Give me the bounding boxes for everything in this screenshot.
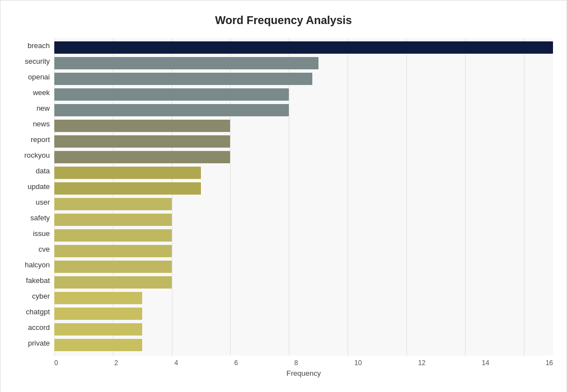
bar xyxy=(54,88,289,101)
bar-row xyxy=(54,181,553,196)
y-label: openai xyxy=(28,69,50,84)
bar-row xyxy=(54,103,553,117)
y-label: rockyou xyxy=(24,148,50,162)
bar-row xyxy=(54,166,553,180)
y-label: update xyxy=(27,179,50,193)
bar xyxy=(54,339,142,351)
bar-row xyxy=(54,244,553,258)
bar-row xyxy=(54,87,553,102)
bar-row xyxy=(54,306,553,321)
bar-row xyxy=(54,338,553,352)
bar-row xyxy=(54,56,553,70)
bar xyxy=(54,276,172,289)
bar-row xyxy=(54,197,553,211)
x-axis-tick-labels: 0246810121416 xyxy=(54,359,553,367)
y-label: report xyxy=(31,132,50,147)
bar xyxy=(54,135,230,148)
bar-row xyxy=(54,228,553,243)
y-axis-labels: breachsecurityopenaiweeknewnewsreportroc… xyxy=(14,38,54,356)
bar xyxy=(54,41,553,54)
bar xyxy=(54,167,201,179)
x-tick-label: 10 xyxy=(354,359,362,367)
bar-row xyxy=(54,322,553,337)
bar xyxy=(54,245,172,257)
bar xyxy=(54,323,142,336)
y-label: cve xyxy=(39,242,50,256)
y-label: data xyxy=(36,163,50,178)
bar-row xyxy=(54,275,553,290)
bar-row xyxy=(54,72,553,86)
y-label: issue xyxy=(33,226,50,240)
y-label: news xyxy=(33,116,50,131)
bar xyxy=(54,57,318,69)
bar xyxy=(54,182,201,195)
y-label: accord xyxy=(28,320,50,334)
x-tick-label: 12 xyxy=(418,359,425,367)
bars xyxy=(54,38,553,356)
y-label: fakebat xyxy=(26,273,50,287)
y-label: halcyon xyxy=(25,257,50,272)
x-axis-title: Frequency xyxy=(54,369,553,377)
bars-area xyxy=(54,38,553,356)
y-label: cyber xyxy=(32,289,50,303)
x-tick-label: 16 xyxy=(546,359,553,367)
plot-wrapper: breachsecurityopenaiweeknewnewsreportroc… xyxy=(14,38,553,356)
x-tick-label: 2 xyxy=(114,359,118,367)
bar xyxy=(54,308,142,320)
bar-row xyxy=(54,259,553,274)
bar-row xyxy=(54,212,553,227)
chart-area: breachsecurityopenaiweeknewnewsreportroc… xyxy=(14,38,553,377)
y-label: breach xyxy=(27,38,50,53)
x-tick-label: 8 xyxy=(294,359,298,367)
bar xyxy=(54,229,172,242)
x-tick-label: 0 xyxy=(54,359,58,367)
bar xyxy=(54,198,172,210)
y-label: week xyxy=(33,85,50,100)
bar xyxy=(54,292,142,304)
chart-title: Word Frequency Analysis xyxy=(14,14,553,27)
y-label: chatgpt xyxy=(26,304,50,319)
bar xyxy=(54,120,230,132)
bar-row xyxy=(54,119,553,133)
bar xyxy=(54,214,172,226)
bar xyxy=(54,261,172,273)
bar xyxy=(54,73,312,85)
bar xyxy=(54,151,230,163)
bar xyxy=(54,104,289,116)
y-label: private xyxy=(28,336,50,350)
chart-container: Word Frequency Analysis breachsecurityop… xyxy=(0,0,567,392)
y-label: security xyxy=(25,54,50,68)
x-tick-label: 14 xyxy=(482,359,489,367)
x-tick-label: 6 xyxy=(235,359,238,367)
bar-row xyxy=(54,134,553,149)
x-axis: 0246810121416 xyxy=(54,356,553,367)
y-label: safety xyxy=(30,210,50,225)
y-label: user xyxy=(36,195,50,209)
bar-row xyxy=(54,291,553,305)
bar-row xyxy=(54,40,553,55)
bar-row xyxy=(54,150,553,164)
y-label: new xyxy=(36,101,50,115)
x-tick-label: 4 xyxy=(174,359,178,367)
